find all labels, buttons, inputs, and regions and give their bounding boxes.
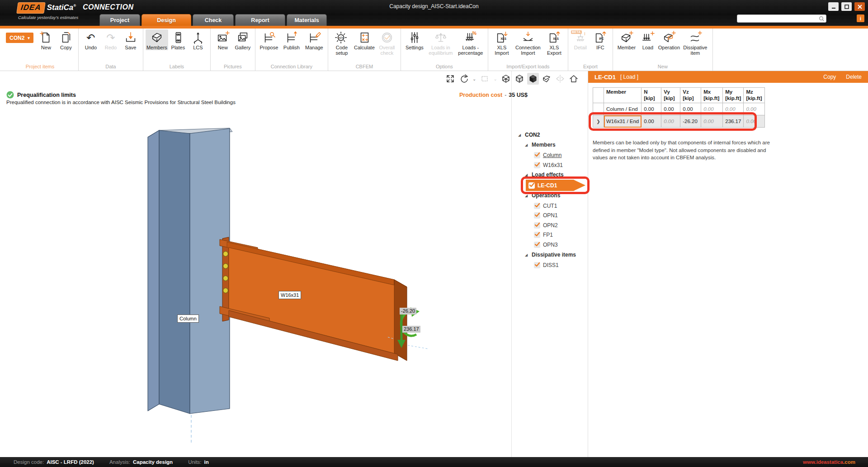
column-3d (148, 128, 232, 443)
code-setup-button[interactable]: </> Code setup (330, 29, 353, 56)
new-operation-button[interactable]: Operation (658, 29, 680, 50)
members-button[interactable]: Members (146, 29, 168, 50)
clip-view-button[interactable] (541, 73, 552, 85)
zoom-fit-button[interactable] (444, 73, 456, 85)
website-link[interactable]: www.ideastatica.com (803, 459, 855, 465)
chevron-down-icon[interactable]: ⌄ (472, 76, 476, 81)
connection-import-button[interactable]: Connection Import (513, 29, 543, 56)
calculate-button[interactable]: Calculate (353, 29, 376, 50)
transparent-view-button[interactable] (514, 73, 525, 85)
new-document-icon (39, 31, 53, 44)
copy-load-button[interactable]: Copy (823, 74, 836, 80)
logo-statica: StatiCa® (47, 2, 76, 12)
tree-item-members[interactable]: ◢ Members (525, 140, 556, 149)
settings-button[interactable]: Settings (403, 29, 426, 50)
tree-item-opn2[interactable]: OPN2 (534, 221, 558, 230)
wireframe-view-button[interactable] (500, 73, 512, 85)
tree-item-column[interactable]: Column (534, 151, 561, 160)
xls-import-button[interactable]: XLS XLS Import (491, 29, 513, 56)
undo-button[interactable]: ↶ Undo (81, 29, 101, 50)
section-select-button (479, 73, 491, 85)
tree-item-cut1[interactable]: CUT1 (534, 201, 557, 210)
new-member-button[interactable]: Member (615, 29, 638, 50)
table-row[interactable]: Column / End 0.00 0.00 0.00 0.00 0.00 0.… (593, 103, 765, 115)
table-row-selected[interactable]: ❯ W16x31 / End 0.00 0.00 -26.20 0.00 236… (593, 115, 765, 128)
tab-project[interactable]: Project (99, 14, 140, 26)
publish-button[interactable]: Publish (280, 29, 303, 50)
publish-icon (285, 31, 298, 44)
tree-item-dissipative-items[interactable]: ◢ Dissipative items (525, 250, 576, 259)
tree-item-diss1[interactable]: DISS1 (534, 261, 559, 270)
ribbon-group-import-export-loads: XLS XLS Import Connection Import XLS X (488, 29, 568, 71)
xls-export-button[interactable]: XLS XLS Export (543, 29, 566, 56)
plates-button[interactable]: Plates (168, 29, 188, 50)
viewport-3d-scene[interactable] (0, 71, 511, 457)
tree-expander-icon[interactable]: ◢ (525, 253, 529, 257)
new-project-item-button[interactable]: New (36, 29, 56, 50)
home-view-button[interactable] (568, 73, 580, 85)
loads-percentage-button[interactable]: % Loads - percentage (456, 29, 486, 56)
ribbon-group-project-items: CON2 ▾ New Copy Project items (2, 29, 79, 71)
tree-item-fp1[interactable]: FP1 (534, 230, 553, 239)
new-picture-button[interactable]: New (213, 29, 233, 50)
tab-materials[interactable]: Materials (287, 14, 327, 26)
new-dissipative-item-button[interactable]: Dissipative item (680, 29, 710, 56)
info-button[interactable]: i (857, 14, 864, 22)
propose-button[interactable]: Propose (258, 29, 280, 50)
col-n: N[kip] (642, 88, 661, 103)
tree-expander-icon[interactable]: ◢ (525, 194, 529, 198)
mirror-view-button (554, 73, 566, 85)
new-load-button[interactable]: Load (638, 29, 658, 50)
close-button[interactable] (854, 2, 865, 11)
tree-expander-icon[interactable]: ◢ (518, 133, 522, 137)
tree-item-w16x31[interactable]: W16x31 (534, 161, 563, 170)
save-button[interactable]: Save (121, 29, 141, 50)
tree-expander-icon[interactable]: ◢ (525, 173, 529, 177)
tree-item-operations[interactable]: ◢ Operations (525, 191, 560, 200)
tab-check[interactable]: Check (193, 14, 234, 26)
app-logo: IDEA StatiCa® (17, 2, 76, 14)
gallery-button[interactable]: Gallery (233, 29, 253, 50)
checkbox-checked-icon[interactable] (534, 212, 540, 219)
checkbox-checked-icon[interactable] (534, 203, 540, 209)
checkbox-checked-icon[interactable] (534, 262, 540, 268)
con2-dropdown[interactable]: CON2 ▾ (6, 33, 33, 43)
checkbox-checked-icon[interactable] (534, 232, 540, 238)
checkbox-checked-icon[interactable] (534, 152, 540, 158)
tab-design[interactable]: Design (142, 14, 191, 26)
undo-icon: ↶ (86, 31, 95, 44)
svg-text:IFC: IFC (599, 37, 604, 40)
tree-item-opn1[interactable]: OPN1 (534, 211, 558, 220)
xls-import-icon: XLS (495, 31, 509, 44)
minimize-button[interactable] (828, 2, 839, 11)
ribbon-group-pictures: New Gallery Pictures (211, 29, 255, 71)
tree-item-load-effects[interactable]: ◢ Load effects (525, 170, 564, 179)
rotate-view-button[interactable] (458, 73, 470, 85)
member-prism-icon (150, 31, 164, 44)
titlebar: IDEA StatiCa® Calculate yesterday's esti… (0, 0, 868, 26)
delete-load-button[interactable]: Delete (846, 74, 862, 80)
checkbox-checked-icon[interactable] (534, 222, 540, 229)
search-input[interactable] (737, 15, 819, 22)
copy-project-item-button[interactable]: Copy (56, 29, 76, 50)
lcs-button[interactable]: LCS (188, 29, 208, 50)
zoom-fit-icon (445, 74, 455, 84)
tree-item-con2[interactable]: ◢ CON2 (518, 130, 540, 139)
solid-view-button[interactable] (527, 73, 539, 85)
tree-item-le-cd1-selected[interactable]: LE-CD1 (526, 180, 585, 191)
maximize-button[interactable] (841, 2, 852, 11)
checkbox-checked-icon[interactable] (528, 182, 535, 189)
home-icon (569, 74, 579, 84)
tree-expander-icon[interactable]: ◢ (525, 143, 529, 147)
checkbox-checked-icon[interactable] (534, 242, 540, 248)
solid-cube-icon (528, 74, 538, 84)
tab-report[interactable]: Report (235, 14, 285, 26)
chevron-down-icon: ▾ (28, 36, 30, 40)
copy-document-icon (59, 31, 73, 44)
ifc-export-button[interactable]: IFC IFC (590, 29, 610, 50)
checkbox-checked-icon[interactable] (534, 162, 540, 168)
tree-item-opn3[interactable]: OPN3 (534, 240, 558, 249)
manage-button[interactable]: Manage (303, 29, 326, 50)
search-box[interactable] (737, 14, 826, 23)
col-vy: Vy[kip] (661, 88, 680, 103)
